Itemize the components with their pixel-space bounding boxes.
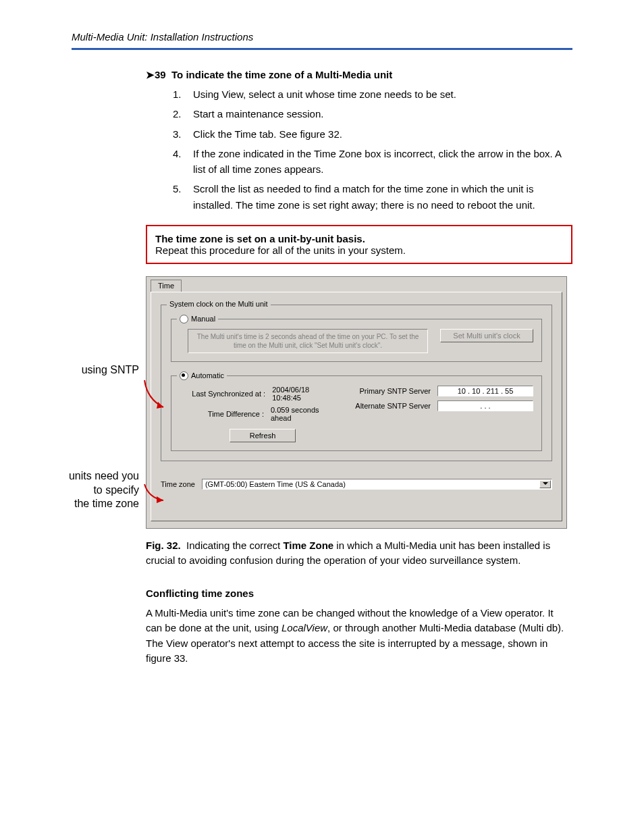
margin-label-line: units need you — [69, 470, 139, 481]
step-text: Start a maintenance session. — [193, 106, 323, 122]
step-number: 4. — [173, 146, 193, 178]
caption-text: Indicating the correct — [186, 540, 283, 551]
step-text: If the zone indicated in the Time Zone b… — [193, 146, 572, 178]
group-legend: System clock on the Multi unit — [167, 300, 271, 308]
system-clock-group: System clock on the Multi unit Manual Th… — [161, 305, 552, 461]
subsection-heading: Conflicting time zones — [146, 588, 572, 599]
section-number: 39 — [155, 69, 166, 80]
time-diff-value: 0.059 seconds ahead — [271, 406, 338, 422]
timezone-select[interactable]: (GMT-05:00) Eastern Time (US & Canada) — [202, 479, 552, 490]
step-number: 5. — [173, 181, 193, 213]
warning-text: Repeat this procedure for all of the uni… — [155, 244, 406, 256]
primary-sntp-input[interactable]: 10 . 10 . 211 . 55 — [437, 386, 533, 396]
primary-sntp-label: Primary SNTP Server — [350, 387, 431, 395]
svg-marker-1 — [157, 496, 163, 503]
time-tab-screenshot: Time System clock on the Multi unit Manu… — [146, 276, 567, 529]
manual-status-text: The Multi unit's time is 2 seconds ahead… — [188, 329, 428, 353]
last-sync-label: Last Synchronized at : — [188, 390, 265, 398]
warning-bold: The time zone is set on a unit-by-unit b… — [155, 233, 365, 244]
timezone-value: (GMT-05:00) Eastern Time (US & Canada) — [205, 480, 346, 488]
step-text: Click the Time tab. See figure 32. — [193, 126, 342, 142]
step-number: 3. — [173, 126, 193, 142]
body-paragraph: A Multi-Media unit's time zone can be ch… — [146, 606, 572, 667]
alternate-sntp-label: Alternate SNTP Server — [350, 402, 431, 410]
procedure-list: 1.Using View, select a unit whose time z… — [173, 86, 572, 213]
alternate-sntp-input[interactable]: . . . — [437, 400, 533, 411]
running-header: Multi-Media Unit: Installation Instructi… — [72, 31, 572, 50]
step-text: Using View, select a unit whose time zon… — [193, 86, 456, 102]
step-text: Scroll the list as needed to find a matc… — [193, 181, 572, 213]
section-heading: ➤39 To indicate the time zone of a Multi… — [146, 69, 572, 81]
step-number: 2. — [173, 106, 193, 122]
automatic-radio[interactable] — [180, 371, 188, 380]
automatic-subgroup: Automatic Last Synchronized at : 2004/06… — [171, 375, 542, 451]
chevron-down-icon[interactable] — [539, 480, 551, 488]
refresh-button[interactable]: Refresh — [230, 429, 296, 442]
figure-number: Fig. 32. — [146, 540, 181, 551]
warning-box: The time zone is set on a unit-by-unit b… — [146, 225, 572, 264]
triangle-bullet-icon: ➤ — [146, 69, 155, 80]
manual-subgroup: Manual The Multi unit's time is 2 second… — [171, 319, 542, 362]
step-number: 1. — [173, 86, 193, 102]
timezone-row: Time zone (GMT-05:00) Eastern Time (US &… — [161, 479, 552, 490]
manual-radio-label: Manual — [191, 315, 215, 323]
figure-caption: Fig. 32. Indicating the correct Time Zon… — [146, 538, 572, 569]
time-diff-label: Time Difference : — [188, 410, 264, 418]
tab-time[interactable]: Time — [151, 280, 182, 292]
para-italic: LocalView — [281, 622, 327, 633]
timezone-label: Time zone — [161, 480, 195, 488]
manual-radio[interactable] — [180, 315, 188, 323]
caption-bold: Time Zone — [283, 540, 333, 551]
margin-label-sntp: using SNTP — [65, 364, 139, 376]
margin-label-timezone: units need you to specify the time zone — [65, 469, 139, 511]
section-title: To indicate the time zone of a Multi-Med… — [171, 69, 392, 80]
set-clock-button[interactable]: Set Multi unit's clock — [440, 329, 533, 342]
last-sync-value: 2004/06/18 10:48:45 — [272, 386, 338, 402]
automatic-radio-label: Automatic — [191, 371, 224, 380]
margin-label-line: the time zone — [74, 498, 139, 509]
margin-label-line: to specify — [93, 484, 139, 496]
